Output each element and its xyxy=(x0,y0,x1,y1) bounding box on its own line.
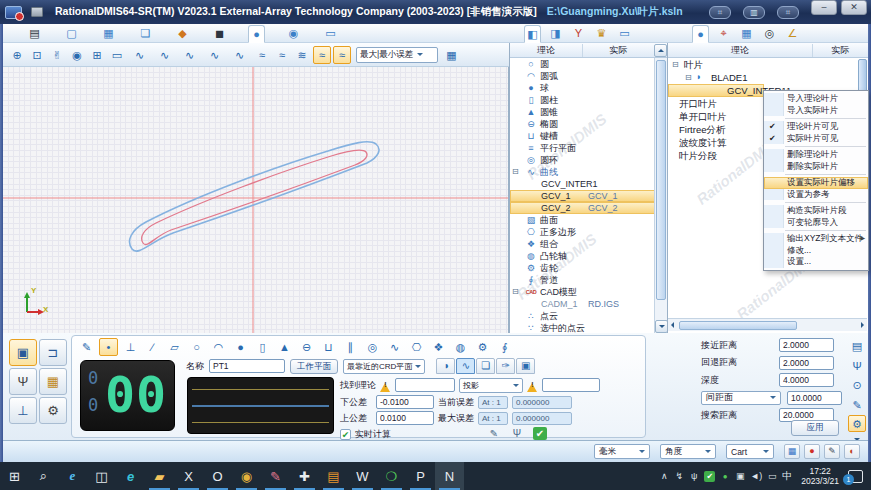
feature-tree-item[interactable]: ⊔ 键槽 xyxy=(510,130,655,142)
start-button[interactable]: ⊞ xyxy=(0,462,29,490)
tray-expand-icon[interactable]: ∧ xyxy=(659,471,669,481)
scroll-up-button[interactable] xyxy=(654,44,667,57)
fit-surface-icon[interactable]: ≋ xyxy=(293,46,311,64)
context-menu-item[interactable]: 删除实际叶片 xyxy=(764,161,868,173)
probe-result-tab-icon[interactable]: ◑ xyxy=(436,358,455,374)
name-input[interactable] xyxy=(209,359,285,373)
context-menu-item[interactable]: 导入实际叶片 xyxy=(764,105,868,117)
rationaldmis-icon[interactable]: N xyxy=(435,462,464,490)
hand-icon[interactable]: ✌ xyxy=(48,46,66,64)
toolbox-button[interactable]: ▦ xyxy=(39,368,67,395)
document-tab-icon[interactable]: ▢ xyxy=(63,25,80,41)
feature-tree-item[interactable]: ⊟ ∿ 曲线 xyxy=(510,166,655,178)
length-unit-dropdown[interactable]: 毫米 xyxy=(594,444,650,459)
context-menu-item[interactable]: 删除理论叶片 xyxy=(764,149,868,161)
feature-tree-item[interactable]: ● 球 xyxy=(510,82,655,94)
blade-fit-icon[interactable]: ≈ xyxy=(313,46,331,64)
window-tab-icon[interactable]: ❏ xyxy=(476,358,495,374)
explorer-icon[interactable]: ▰ xyxy=(145,462,174,490)
ie-icon[interactable]: e xyxy=(58,462,87,490)
expander-icon[interactable]: ⊟ xyxy=(685,71,692,84)
coord-system-dropdown[interactable]: Cart xyxy=(726,444,774,459)
line-icon[interactable]: ∕ xyxy=(143,338,162,356)
error-mode-dropdown[interactable]: 最大|最小误差 xyxy=(356,47,438,63)
parameter-input[interactable] xyxy=(787,391,842,405)
crd-plane-dropdown[interactable]: 最靠近的CRD平面 xyxy=(343,359,425,374)
slot-icon[interactable]: ⊔ xyxy=(319,338,338,356)
jogbox2-icon[interactable]: ⌗ xyxy=(777,6,799,19)
taskbar-clock[interactable]: 17:22 2023/3/21 xyxy=(801,466,839,486)
machine-button[interactable]: ⚙ xyxy=(39,397,67,424)
doc-viewer-icon[interactable]: ▤ xyxy=(319,462,348,490)
probe-button[interactable]: Ψ xyxy=(9,368,37,395)
scan-curve2-icon[interactable]: ∿ xyxy=(153,46,176,64)
feature-tree-item[interactable]: ⊟ CAD CAD模型 xyxy=(510,286,655,298)
scrollbar-thumb[interactable] xyxy=(656,60,666,300)
blade-fit2-icon[interactable]: ≈ xyxy=(333,46,351,64)
security-icon[interactable]: ✚ xyxy=(290,462,319,490)
context-menu-item[interactable]: ✔ 理论叶片可见 xyxy=(764,121,868,133)
feature-tree-item[interactable]: ∴ 点云 xyxy=(510,310,655,322)
outlook-icon[interactable]: O xyxy=(203,462,232,490)
tray-volume-icon[interactable]: ◄) xyxy=(750,471,762,481)
excel-icon[interactable]: X xyxy=(174,462,203,490)
display-mode-icon[interactable]: ▦ xyxy=(440,46,463,64)
dro-icon[interactable]: ◐ xyxy=(844,444,860,459)
powerpoint-icon[interactable]: P xyxy=(406,462,435,490)
feature-tree-item[interactable]: ▧ 曲面 xyxy=(510,214,655,226)
search-icon[interactable]: ⊙ xyxy=(848,376,866,393)
camera-icon[interactable]: ◎ xyxy=(761,25,778,41)
scrollbar-thumb[interactable] xyxy=(679,321,797,330)
sphere-tab-icon[interactable]: ◉ xyxy=(285,25,302,41)
plane-icon[interactable]: ▱ xyxy=(165,338,184,356)
cylinder-icon[interactable]: ▯ xyxy=(253,338,272,356)
chrome-icon[interactable]: ◉ xyxy=(232,462,261,490)
scroll-down-button[interactable] xyxy=(655,320,667,333)
torus-icon[interactable]: ◎ xyxy=(363,338,382,356)
scan-curve-icon[interactable]: ∿ xyxy=(128,46,151,64)
notification-icon[interactable]: 1 xyxy=(848,470,863,483)
polygon-icon[interactable]: ⎔ xyxy=(407,338,426,356)
annotate-icon[interactable]: ✎ xyxy=(824,444,840,459)
report-icon[interactable]: ✎ xyxy=(487,427,501,440)
realtime-checkbox[interactable]: ✔ xyxy=(340,429,351,440)
pipe-icon[interactable]: ∮ xyxy=(495,338,514,356)
jogbox-icon[interactable]: ⌗ xyxy=(709,6,731,19)
triangle-left-icon[interactable] xyxy=(668,322,674,328)
camshaft-icon[interactable]: ◍ xyxy=(451,338,470,356)
blade-tree-hscrollbar[interactable] xyxy=(668,318,867,331)
expander-icon[interactable]: ⊟ xyxy=(672,58,679,71)
cone-icon[interactable]: ▲ xyxy=(275,338,294,356)
window-tab-icon[interactable]: ❏ xyxy=(137,25,154,41)
tray-display-icon[interactable]: ▣ xyxy=(735,471,745,481)
feature-tree-item[interactable]: ○ 圆 xyxy=(510,58,655,70)
tray-wechat-icon[interactable]: ● xyxy=(720,472,730,481)
monitor-tab-icon[interactable]: ▭ xyxy=(322,25,339,41)
blade-tree-item[interactable]: ⊟ 叶片 xyxy=(668,58,856,71)
zoom-window-icon[interactable]: ⊡ xyxy=(28,46,46,64)
view-tab-icon[interactable]: ● xyxy=(248,25,265,43)
feature-panel-tab-icon[interactable]: ◧ xyxy=(524,25,541,43)
wechat-icon[interactable]: ❍ xyxy=(377,462,406,490)
feature-tree-item[interactable]: ◎ 圆环 xyxy=(510,154,655,166)
context-menu-item[interactable]: 导入理论叶片 xyxy=(764,93,868,105)
context-menu-item[interactable]: ✔ 实际叶片可见 xyxy=(764,133,868,145)
feature-tree-item[interactable]: ◠ 圆弧 xyxy=(510,70,655,82)
search-button[interactable]: ⌕ xyxy=(29,462,58,490)
device-tab-icon[interactable]: ◼ xyxy=(211,25,228,41)
confirm-icon[interactable]: ✔ xyxy=(533,427,547,440)
pick-icon[interactable]: ✎ xyxy=(77,338,96,356)
cube-icon[interactable]: ◨ xyxy=(547,25,564,41)
feature-tree-item[interactable]: ▯ 圆柱 xyxy=(510,94,655,106)
output-tab-icon[interactable]: ▤ xyxy=(26,25,43,41)
crown-icon[interactable]: ♛ xyxy=(593,25,610,41)
context-menu-item[interactable]: 设置实际叶片偏移 xyxy=(764,177,868,189)
word-icon[interactable]: W xyxy=(348,462,377,490)
rotate-icon[interactable]: ∠ xyxy=(784,25,801,41)
remote-app-icon[interactable]: ◫ xyxy=(87,462,116,490)
context-menu-item[interactable]: 设置... xyxy=(764,256,868,268)
circle-icon[interactable]: ○ xyxy=(187,338,206,356)
record-icon[interactable]: ● xyxy=(804,444,820,459)
graphics-canvas[interactable]: Y X xyxy=(3,67,509,333)
projection-dropdown[interactable]: 投影 xyxy=(459,378,523,393)
